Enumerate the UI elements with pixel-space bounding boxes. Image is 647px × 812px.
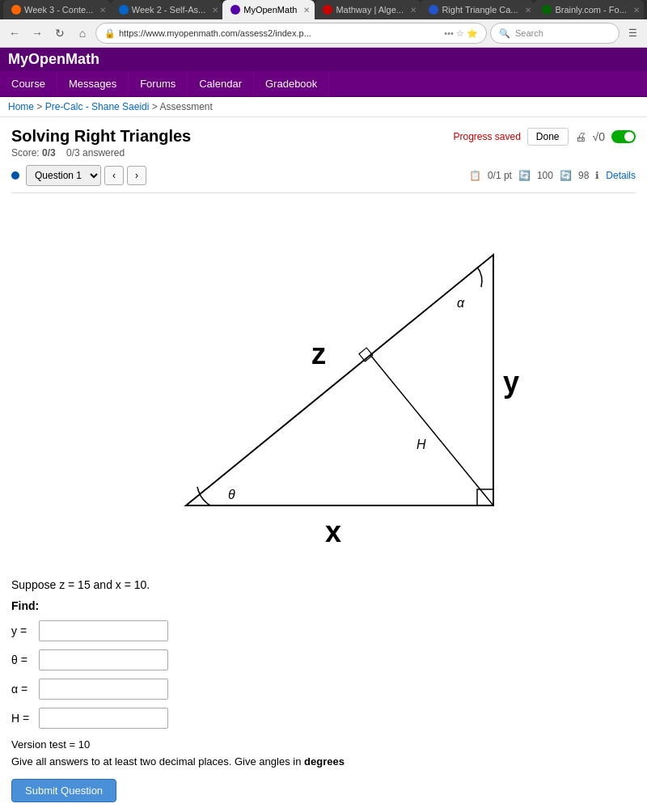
close-icon[interactable]: ✕: [525, 6, 531, 15]
tab-favicon: [323, 5, 332, 15]
search-placeholder: Search: [515, 28, 543, 38]
alpha-input[interactable]: [39, 679, 168, 700]
tab-label: Brainly.com - Fo...: [555, 5, 626, 15]
title-row: Solving Right Triangles Progress saved D…: [11, 127, 636, 146]
theta-row: θ =: [11, 649, 636, 670]
close-icon[interactable]: ✕: [212, 6, 218, 15]
answered-label: 0/3 answered: [66, 147, 125, 159]
tab-label: Week 2 - Self-As...: [132, 5, 206, 15]
nav-messages[interactable]: Messages: [57, 71, 129, 96]
find-label: Find:: [11, 599, 636, 612]
tab-myopenmath[interactable]: MyOpenMath ✕: [222, 0, 315, 19]
theta-label: θ: [228, 488, 235, 501]
progress-saved: Progress saved: [453, 131, 520, 142]
version-text: Version test = 10: [11, 738, 636, 751]
tab-mathway[interactable]: Mathway | Alge... ✕: [315, 0, 421, 19]
search-box[interactable]: 🔍 Search: [490, 23, 620, 44]
alpha-label: α: [457, 296, 465, 310]
h-label-text: H =: [11, 712, 34, 725]
score-row: Score: 0/3 0/3 answered: [11, 147, 636, 159]
forward-button[interactable]: →: [27, 23, 47, 43]
back-button[interactable]: ←: [5, 23, 24, 43]
y-input[interactable]: [39, 620, 168, 641]
z-label: z: [311, 337, 326, 370]
score-label: Score:: [11, 147, 40, 159]
prev-question-button[interactable]: ‹: [104, 166, 124, 185]
toggle-switch[interactable]: [611, 130, 636, 143]
tab-week2[interactable]: Week 2 - Self-As... ✕: [111, 0, 223, 19]
triangle-diagram: z y x α θ H: [113, 206, 534, 562]
y-label-text: y =: [11, 624, 34, 637]
info-icon: ℹ: [595, 170, 599, 181]
tab-label: Week 3 - Conte...: [24, 5, 93, 15]
y-row: y =: [11, 620, 636, 641]
alpha-row: α =: [11, 679, 636, 700]
diagram-area: z y x α θ H: [11, 206, 636, 562]
nav-forums[interactable]: Forums: [129, 71, 188, 96]
next-question-button[interactable]: ›: [127, 166, 146, 185]
nav-bar: Course Messages Forums Calendar Gradeboo…: [0, 71, 647, 97]
h-input[interactable]: [39, 708, 168, 729]
breadcrumb-current: Assessment: [159, 101, 212, 112]
question-nav: Question 1 ‹ › 📋 0/1 pt 🔄 100 🔄 98 ℹ Det…: [11, 165, 636, 193]
tab-week3[interactable]: Week 3 - Conte... ✕: [3, 0, 111, 19]
sqrt-icon: √0: [593, 130, 605, 143]
alpha-label-text: α =: [11, 683, 34, 696]
tab-label: MyOpenMath: [243, 5, 297, 15]
svg-line-2: [370, 355, 493, 505]
app-title: MyOpenMath: [8, 51, 99, 67]
app-header: MyOpenMath: [0, 48, 647, 71]
bookmarks-button[interactable]: ☰: [623, 23, 642, 43]
address-bar[interactable]: 🔒 https://www.myopenmath.com/assess2/ind…: [95, 23, 487, 44]
instruction-text: Give all answers to at least two decimal…: [11, 755, 636, 768]
question-select[interactable]: Question 1: [26, 165, 101, 186]
remaining-icon: 🔄: [560, 170, 572, 181]
tab-label: Right Triangle Ca...: [442, 5, 518, 15]
nav-course[interactable]: Course: [0, 71, 57, 96]
tab-favicon: [429, 5, 438, 15]
question-dot: [11, 171, 19, 180]
close-icon[interactable]: ✕: [633, 6, 640, 15]
done-button[interactable]: Done: [527, 128, 569, 146]
submit-button[interactable]: Submit Question: [11, 779, 116, 802]
retries-value: 100: [537, 170, 553, 181]
url-text: https://www.myopenmath.com/assess2/index…: [119, 28, 311, 38]
degrees-bold: degrees: [304, 755, 345, 768]
print-button[interactable]: 🖨: [575, 130, 586, 143]
retry-icon: 🔄: [518, 170, 531, 181]
question-info: 📋 0/1 pt 🔄 100 🔄 98 ℹ Details: [469, 170, 636, 181]
remaining-value: 98: [578, 170, 589, 181]
tab-label: Mathway | Alge...: [336, 5, 404, 15]
close-icon[interactable]: ✕: [410, 6, 417, 15]
nav-gradebook[interactable]: Gradebook: [254, 71, 329, 96]
browser-toolbar: ← → ↻ ⌂ 🔒 https://www.myopenmath.com/ass…: [0, 19, 647, 48]
points-icon: 📋: [469, 170, 481, 181]
progress-area: Progress saved Done 🖨 √0: [453, 128, 636, 146]
search-icon: 🔍: [499, 28, 510, 39]
details-link[interactable]: Details: [606, 170, 636, 181]
theta-input[interactable]: [39, 649, 168, 670]
close-icon[interactable]: ✕: [99, 6, 106, 15]
reload-button[interactable]: ↻: [50, 23, 70, 43]
h-label: H: [417, 438, 426, 451]
problem-text: Suppose z = 15 and x = 10.: [11, 578, 636, 591]
home-button[interactable]: ⌂: [73, 23, 92, 43]
svg-marker-0: [186, 255, 493, 505]
tab-favicon: [230, 5, 240, 15]
breadcrumb-home[interactable]: Home: [8, 101, 34, 112]
tab-favicon: [11, 5, 21, 15]
tab-brainly[interactable]: Brainly.com - Fo... ✕: [534, 0, 644, 19]
x-label: x: [325, 515, 341, 548]
nav-calendar[interactable]: Calendar: [188, 71, 254, 96]
tab-favicon: [119, 5, 129, 15]
h-row: H =: [11, 708, 636, 729]
theta-label-text: θ =: [11, 653, 34, 666]
tab-triangle[interactable]: Right Triangle Ca... ✕: [421, 0, 534, 19]
breadcrumb: Home > Pre-Calc - Shane Saeidi > Assessm…: [0, 97, 647, 117]
score-value: 0/3: [42, 147, 56, 159]
main-content: Solving Right Triangles Progress saved D…: [0, 117, 647, 812]
breadcrumb-course[interactable]: Pre-Calc - Shane Saeidi: [45, 101, 150, 112]
tab-favicon: [542, 5, 552, 15]
page-title: Solving Right Triangles: [11, 127, 191, 146]
close-icon[interactable]: ✕: [303, 6, 310, 15]
